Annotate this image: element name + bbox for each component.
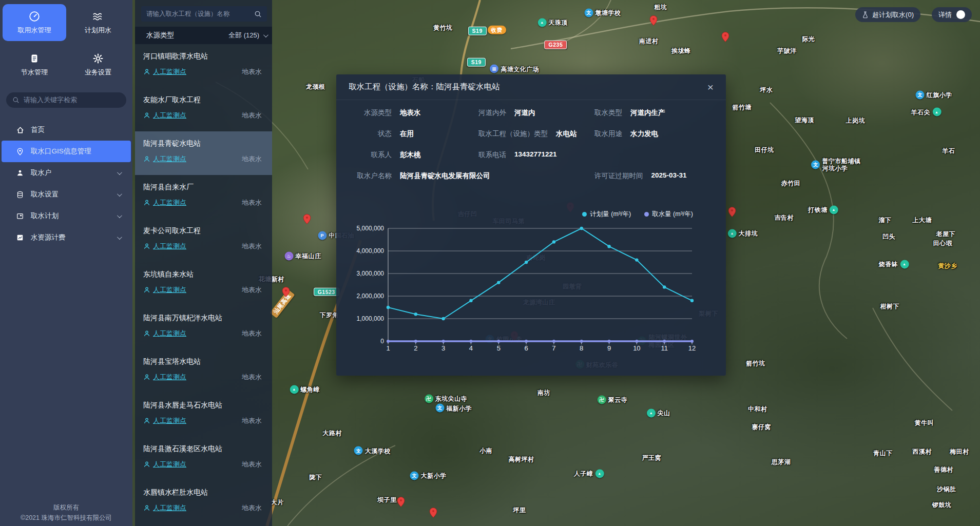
mountain-marker-icon[interactable]: ▲ <box>728 229 737 238</box>
svg-text:11: 11 <box>661 344 668 352</box>
water-source-label: 地表水 <box>242 416 264 425</box>
legend-item[interactable]: 取水量 (m³/年) <box>644 210 693 219</box>
mountain-marker-icon[interactable]: ▲ <box>932 108 941 116</box>
map-place-label: 凹头 <box>882 233 895 240</box>
monitor-type-link[interactable]: 人工监测点 <box>143 111 186 120</box>
monitor-type-link[interactable]: 人工监测点 <box>143 154 186 164</box>
map-place-name: 柑树下 <box>880 302 900 309</box>
svg-text:6: 6 <box>524 344 528 352</box>
station-pin-icon[interactable] <box>650 15 658 26</box>
monitor-type-link[interactable]: 人工监测点 <box>143 285 186 295</box>
sidebar-item-label: 首页 <box>31 125 45 134</box>
station-list-item[interactable]: 麦卡公司取水工程人工监测点地表水 <box>135 219 272 262</box>
station-pin-icon[interactable] <box>397 497 405 507</box>
monitor-type-label: 人工监测点 <box>153 373 186 382</box>
station-search-input[interactable]: 请输入取水工程（设施）名称 <box>141 6 267 22</box>
app-tile-3[interactable]: 节水管理 <box>3 46 66 83</box>
mountain-marker-icon[interactable]: ▲ <box>537 18 546 27</box>
monitor-type-link[interactable]: 人工监测点 <box>143 242 186 251</box>
station-list-item[interactable]: 陆河县水唇走马石水电站人工监测点地表水 <box>135 393 272 437</box>
station-list-item[interactable]: 友能水厂取水工程人工监测点地表水 <box>135 88 272 131</box>
gas-station-marker-icon[interactable]: P <box>318 231 326 240</box>
mountain-marker-icon[interactable]: ▲ <box>647 408 656 417</box>
field-label: 许可证过期时间 <box>594 171 643 181</box>
school-marker-icon[interactable]: 文 <box>354 446 363 455</box>
monitor-type-label: 人工监测点 <box>153 198 186 207</box>
station-list-item[interactable]: 陆河县南万镇杞洋水电站人工监测点地表水 <box>135 306 272 349</box>
monitor-type-label: 人工监测点 <box>153 416 186 425</box>
app-tile-4[interactable]: 业务设置 <box>66 46 130 83</box>
database-icon <box>16 190 24 199</box>
map-place-name: 梅田村 <box>950 448 969 455</box>
monitor-type-link[interactable]: 人工监测点 <box>143 460 186 469</box>
sidebar-item-label: 取水计划 <box>31 211 59 221</box>
sidebar-item-4[interactable]: 取水设置 <box>2 184 131 205</box>
field-value: 在用 <box>400 129 414 139</box>
field-value: 水力发电 <box>630 129 658 139</box>
school-marker-icon[interactable]: 文 <box>435 404 444 413</box>
station-pin-icon[interactable] <box>282 287 290 297</box>
monitor-type-link[interactable]: 人工监测点 <box>143 416 186 425</box>
over-plan-button[interactable]: 超计划取水(0) <box>855 7 920 22</box>
sidebar-item-2[interactable]: 取水口GIS信息管理 <box>2 141 131 162</box>
station-list-item[interactable]: 陆河县激石溪老区水电站人工监测点地表水 <box>135 437 272 480</box>
search-icon[interactable] <box>254 10 262 18</box>
legend-item[interactable]: 计划量 (m³/年) <box>582 210 631 219</box>
sidebar-item-1[interactable]: 首页 <box>2 119 131 141</box>
map-place-name: 东坑尖山寺 <box>435 395 468 402</box>
filter-dropdown[interactable]: 全部 (125) <box>228 31 267 40</box>
sidebar-item-6[interactable]: 水资源计费 <box>2 227 131 248</box>
station-pin-icon[interactable] <box>303 214 311 224</box>
sidebar-search-input[interactable]: 请输入关键字检索 <box>6 92 126 108</box>
mountain-marker-icon[interactable]: ▲ <box>900 260 909 268</box>
road-badge: G1523 <box>314 288 339 297</box>
temple-marker-icon[interactable]: 卍 <box>598 396 606 404</box>
map-place-label: 柑树下 <box>880 302 900 309</box>
temple-marker-icon[interactable]: 卍 <box>425 394 433 403</box>
mountain-marker-icon[interactable]: ▲ <box>595 469 604 478</box>
station-pin-icon[interactable] <box>728 207 736 217</box>
monitor-type-link[interactable]: 人工监测点 <box>143 67 186 76</box>
station-list-item[interactable]: 陆河县宝塔水电站人工监测点地表水 <box>135 349 272 393</box>
filter-label: 水源类型 <box>146 31 174 40</box>
station-list-item[interactable]: 水唇镇水栏肚水电站人工监测点地表水 <box>135 480 272 524</box>
map-place-name: 上岗坑 <box>846 117 866 124</box>
school-marker-icon[interactable]: 文 <box>585 8 593 17</box>
road-badge: S19 <box>468 27 487 35</box>
school-marker-icon[interactable]: 文 <box>916 90 925 99</box>
monitor-type-link[interactable]: 人工监测点 <box>143 503 186 513</box>
station-list-item[interactable]: 陆河县青碇水电站人工监测点地表水 <box>135 131 272 175</box>
school-marker-icon[interactable]: 文 <box>410 471 419 480</box>
person-icon <box>143 417 150 424</box>
monitor-type-link[interactable]: 人工监测点 <box>143 198 186 207</box>
sidebar-item-3[interactable]: 取水户 <box>2 162 131 184</box>
station-list-item[interactable]: 东坑镇自来水站人工监测点地表水 <box>135 262 272 306</box>
culture-marker-icon[interactable]: ▦ <box>490 65 498 73</box>
map-place-name: 挨垅蜂 <box>671 47 691 54</box>
station-pin-icon[interactable] <box>721 32 729 42</box>
resort-marker-icon[interactable]: ♨ <box>284 252 293 261</box>
topbar: 超计划取水(0) 详情 <box>855 7 972 22</box>
mountain-marker-icon[interactable]: ▲ <box>290 385 298 394</box>
sidebar-menu: 首页取水口GIS信息管理取水户取水设置取水计划水资源计费 <box>0 119 132 248</box>
mountain-marker-icon[interactable]: ▲ <box>830 205 838 214</box>
monitor-type-label: 人工监测点 <box>153 329 186 338</box>
station-list-item[interactable]: 河口镇唱歌潭水电站人工监测点地表水 <box>135 44 272 88</box>
monitor-type-link[interactable]: 人工监测点 <box>143 373 186 382</box>
road-badge-label: G235 <box>545 41 567 49</box>
app-tile-2[interactable]: 计划用水 <box>66 4 130 41</box>
sidebar-item-5[interactable]: 取水计划 <box>2 205 131 227</box>
map-place-name: 福新小学 <box>446 404 472 412</box>
station-name: 陆河县南万镇杞洋水电站 <box>143 314 264 323</box>
close-icon[interactable]: × <box>707 82 714 92</box>
toggle-knob-icon[interactable] <box>956 10 965 19</box>
detail-toggle[interactable]: 详情 <box>932 7 972 22</box>
station-list-item[interactable]: 陆河县自来水厂人工监测点地表水 <box>135 175 272 219</box>
station-pin-icon[interactable] <box>429 508 437 518</box>
school-marker-icon[interactable]: 文 <box>811 160 820 169</box>
road-badge-label: 收费 <box>488 26 506 34</box>
monitor-type-link[interactable]: 人工监测点 <box>143 329 186 338</box>
station-meta: 人工监测点地表水 <box>143 503 264 513</box>
map-place-label: ▲天珠顶 <box>537 18 568 27</box>
app-tile-1[interactable]: 取用水管理 <box>3 4 66 41</box>
